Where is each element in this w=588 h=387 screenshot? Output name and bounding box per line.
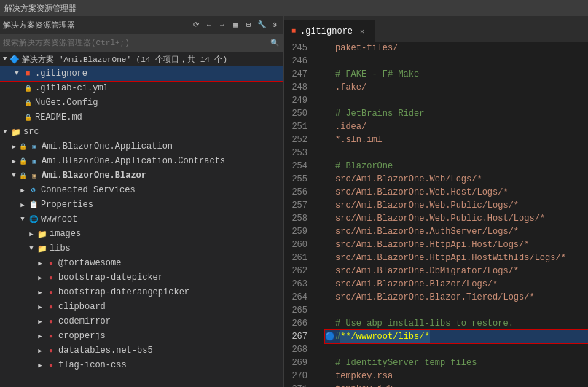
expand-connected: ▶ (17, 185, 28, 195)
tree-item-datatables[interactable]: ▶ ● datatables.net-bs5 (0, 343, 283, 358)
toolbar-misc-btn[interactable]: ⚙ (269, 19, 281, 31)
lock-icon-app: 🔒 (19, 143, 27, 151)
ln-260: 260 (287, 238, 313, 251)
code-text-270: tempkey.rsa (335, 370, 393, 383)
tree-item-wwwroot[interactable]: ▼ 🌐 wwwroot (0, 212, 283, 227)
tree-item-gitlab[interactable]: 🔒 .gitlab-ci.yml (0, 81, 283, 95)
code-text-258: src/Ami.BlazorOne.Web.Public.Host/Logs/* (335, 212, 545, 225)
npm-icon-daterangepicker: ● (45, 286, 57, 298)
search-bar: 🔍 (0, 34, 283, 52)
tree-item-fortawesome[interactable]: ▶ ● @fortawesome (0, 256, 283, 270)
bootstrap-datepicker-label: bootstrap-datepicker (58, 273, 163, 283)
tree-item-codemirror[interactable]: ▶ ● codemirror (0, 314, 283, 329)
code-line-257: src/Ami.BlazorOne.Web.Public/Logs/* (325, 199, 588, 212)
search-input[interactable] (3, 39, 269, 47)
toolbar-settings-btn[interactable]: ⊞ (243, 19, 254, 31)
ln-271: 271 (287, 383, 313, 387)
lock-icon-gitlab: 🔒 (22, 82, 34, 94)
tree-item-contracts[interactable]: ▶ 🔒 ▣ Ami.BlazorOne.Application.Contract… (0, 154, 283, 168)
panel-toolbar: ⟳ ← → ▦ ⊞ 🔧 ⚙ (190, 19, 281, 31)
tree-item-src[interactable]: ▼ 📁 src (0, 125, 283, 139)
lock-icon-contracts: 🔒 (19, 157, 27, 165)
tree-item-libs[interactable]: ▼ 📁 libs (0, 241, 283, 256)
panel-header: 解决方案资源管理器 ⟳ ← → ▦ ⊞ 🔧 ⚙ (0, 16, 283, 34)
ln-247: 247 (287, 68, 313, 81)
search-icon[interactable]: 🔍 (269, 37, 281, 49)
code-text-262: src/Ami.BlazorOne.DbMigrator/Logs/* (335, 265, 519, 278)
application-label: Ami.BlazorOne.Application (42, 141, 173, 152)
expand-bootstrap-datepicker: ▶ (35, 273, 45, 283)
tree-item-clipboard[interactable]: ▶ ● clipboard (0, 300, 283, 314)
tab-close-btn[interactable]: ✕ (357, 26, 367, 36)
images-label: images (50, 229, 81, 239)
expand-clipboard: ▶ (35, 302, 45, 312)
code-line-256: src/Ami.BlazorOne.Web.Host/Logs/* (325, 186, 588, 199)
ln-262: 262 (287, 265, 313, 278)
tree-item-blazor[interactable]: ▼ 🔒 ▣ Ami.BlazorOne.Blazor (0, 168, 283, 183)
expand-src: ▼ (0, 127, 10, 137)
indicator-267: 🔵 (325, 330, 335, 343)
properties-icon: 📋 (28, 199, 39, 211)
code-line-260: src/Ami.BlazorOne.HttpApi.Host/Logs/* (325, 238, 588, 251)
gitignore-label: .gitignore (35, 69, 87, 79)
codemirror-label: codemirror (58, 316, 111, 327)
npm-icon-clipboard: ● (45, 301, 57, 313)
solution-icon: 🔷 (9, 55, 20, 64)
code-line-266: # Use abp install-libs to restore. (325, 317, 588, 330)
npm-icon-datatables: ● (45, 345, 57, 356)
ln-248: 248 (287, 81, 313, 94)
toolbar-back-btn[interactable]: ← (203, 19, 215, 31)
solution-explorer: 解决方案资源管理器 ⟳ ← → ▦ ⊞ 🔧 ⚙ 🔍 ▼ 🔷 解决方案 'Ami.… (0, 16, 284, 387)
tree-item-cropperjs[interactable]: ▶ ● cropperjs (0, 329, 283, 343)
expand-application: ▶ (9, 141, 19, 152)
clipboard-label: clipboard (58, 302, 106, 312)
toolbar-forward-btn[interactable]: → (216, 19, 228, 31)
tree-item-images[interactable]: ▶ 📁 images (0, 227, 283, 241)
libs-folder-icon: 📁 (36, 243, 48, 254)
expand-images: ▶ (26, 229, 36, 239)
npm-icon-cropperjs: ● (45, 330, 57, 342)
tree-item-nuget[interactable]: 🔒 NuGet.Config (0, 95, 283, 110)
tree-item-readme[interactable]: 🔒 README.md (0, 110, 283, 125)
expand-gitignore: ▼ (12, 69, 22, 79)
code-line-270: tempkey.rsa (325, 370, 588, 383)
tree-item-flag-icon-css[interactable]: ▶ ● flag-icon-css (0, 358, 283, 372)
tree-item-gitignore[interactable]: ▼ ■ .gitignore (0, 66, 283, 81)
gitlab-label: .gitlab-ci.yml (35, 83, 109, 93)
toolbar-filter-btn[interactable]: 🔧 (256, 19, 267, 31)
ln-257: 257 (287, 199, 313, 212)
blazor-label: Ami.BlazorOne.Blazor (42, 171, 146, 181)
src-label: src (23, 127, 39, 137)
datatables-label: datatables.net-bs5 (58, 345, 153, 356)
code-area[interactable]: paket-files/ # FAKE - F# Make .fake/ (319, 42, 588, 387)
contracts-icon: ▣ (28, 155, 40, 167)
tree-item-properties[interactable]: ▶ 📋 Properties (0, 198, 283, 212)
solution-label: 解决方案 'Ami.BlazorOne' (14 个项目，共 14 个) (22, 54, 227, 65)
code-text-255: src/Ami.BlazorOne.Web/Logs/* (335, 173, 482, 186)
code-text-267-path: **/wwwroot/libs/* (340, 330, 429, 343)
toolbar-sync-btn[interactable]: ⟳ (190, 19, 202, 31)
ln-255: 255 (287, 173, 313, 186)
toolbar-props-btn[interactable]: ▦ (230, 19, 241, 31)
code-line-248: .fake/ (325, 81, 588, 94)
expand-codemirror: ▶ (35, 316, 45, 327)
ln-258: 258 (287, 212, 313, 225)
tab-gitignore[interactable]: ■ .gitignore ✕ (284, 20, 375, 42)
expand-datatables: ▶ (35, 345, 45, 356)
fortawesome-label: @fortawesome (58, 258, 121, 268)
expand-gitlab (12, 83, 22, 93)
code-line-269: # IdentityServer temp files (325, 356, 588, 370)
tree-item-bootstrap-datepicker[interactable]: ▶ ● bootstrap-datepicker (0, 270, 283, 285)
expand-wwwroot: ▼ (17, 214, 28, 224)
tree-item-bootstrap-daterangepicker[interactable]: ▶ ● bootstrap-daterangepicker (0, 285, 283, 300)
tree-item-connected-services[interactable]: ▶ ⚙ Connected Services (0, 183, 283, 198)
tree-item-application[interactable]: ▶ 🔒 ▣ Ami.BlazorOne.Application (0, 139, 283, 154)
code-text-259: src/Ami.BlazorOne.AuthServer/Logs/* (335, 225, 519, 238)
ln-264: 264 (287, 291, 313, 304)
ln-270: 270 (287, 370, 313, 383)
title-text: 解决方案资源管理器 (4, 3, 77, 14)
code-text-267-hash: # (335, 330, 340, 343)
nuget-label: NuGet.Config (35, 98, 98, 108)
code-line-253 (325, 146, 588, 160)
flag-icon-label: flag-icon-css (58, 360, 127, 370)
